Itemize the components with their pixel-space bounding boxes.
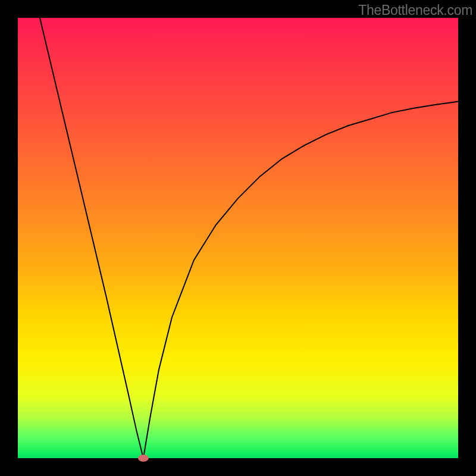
chart-frame: TheBottleneck.com bbox=[0, 0, 476, 476]
curve-right-branch bbox=[143, 102, 458, 458]
minimum-marker bbox=[138, 455, 149, 462]
curve-layer bbox=[18, 18, 458, 458]
curve-left-branch bbox=[40, 18, 143, 458]
plot-area bbox=[18, 18, 458, 458]
watermark-text: TheBottleneck.com bbox=[358, 2, 472, 18]
